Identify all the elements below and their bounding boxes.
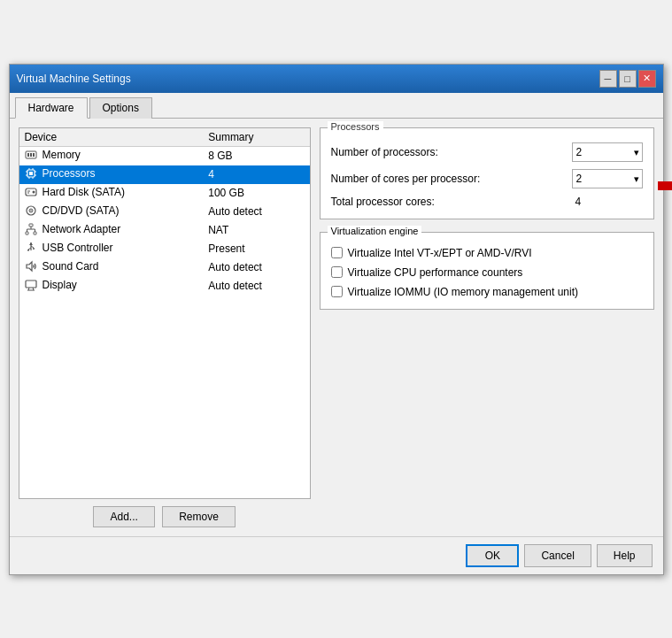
num-processors-label: Number of processors:	[331, 146, 572, 158]
virt-option-3-checkbox[interactable]	[331, 286, 343, 297]
svg-marker-38	[658, 164, 673, 208]
svg-point-30	[33, 248, 35, 250]
svg-rect-21	[29, 224, 33, 227]
device-table: Device Summary Memory 8 GB Processors 4	[19, 127, 311, 499]
title-bar: Virtual Machine Settings ─ □ ✕	[10, 65, 663, 93]
virt-option-1-row: Virtualize Intel VT-x/EPT or AMD-V/RVI	[331, 247, 643, 259]
col-device: Device	[19, 128, 204, 147]
virt-option-1-checkbox[interactable]	[331, 247, 343, 258]
col-summary: Summary	[203, 128, 309, 147]
table-row-device-7[interactable]: Display	[19, 277, 204, 296]
main-content: Device Summary Memory 8 GB Processors 4	[10, 119, 663, 536]
svg-rect-3	[33, 153, 35, 157]
ok-button[interactable]: OK	[466, 544, 519, 567]
table-row-device-0[interactable]: Memory	[19, 146, 204, 165]
close-button[interactable]: ✕	[638, 70, 656, 88]
svg-rect-5	[29, 172, 33, 175]
virt-option-2-row: Virtualize CPU performance counters	[331, 266, 643, 279]
cores-label: Number of cores per processor:	[331, 173, 572, 185]
table-row-summary-2: 100 GB	[203, 184, 309, 203]
svg-rect-2	[30, 153, 32, 157]
cores-select-wrapper: 1 2 4 8	[572, 169, 643, 188]
svg-marker-33	[27, 262, 32, 271]
main-window: Virtual Machine Settings ─ □ ✕ Hardware …	[9, 64, 664, 575]
network-icon	[25, 223, 39, 235]
processor-icon	[25, 167, 39, 180]
memory-icon	[25, 149, 39, 161]
svg-rect-34	[26, 281, 36, 288]
svg-rect-22	[26, 232, 28, 234]
add-button[interactable]: Add...	[93, 506, 155, 527]
total-value: 4	[572, 196, 643, 208]
virt-option-2-label: Virtualize CPU performance counters	[348, 266, 523, 279]
tab-options[interactable]: Options	[89, 97, 152, 119]
display-icon	[25, 279, 39, 291]
processors-group-title: Processors	[328, 121, 383, 132]
svg-rect-32	[27, 250, 29, 251]
harddisk-icon	[25, 186, 39, 198]
tab-hardware[interactable]: Hardware	[15, 97, 88, 119]
num-processors-row: Number of processors: 1 2 4 8	[331, 142, 643, 162]
table-row-summary-1: 4	[203, 165, 309, 184]
processors-group: Processors Number of processors: 1 2 4 8…	[320, 127, 654, 219]
title-bar-buttons: ─ □ ✕	[599, 70, 656, 88]
svg-point-20	[30, 210, 32, 211]
cores-row: Number of cores per processor: 1 2 4 8	[331, 169, 643, 188]
table-row-device-5[interactable]: USB Controller	[19, 240, 204, 258]
remove-button[interactable]: Remove	[162, 506, 236, 527]
left-panel: Device Summary Memory 8 GB Processors 4	[19, 127, 311, 527]
total-label: Total processor cores:	[331, 196, 572, 208]
sound-icon	[25, 260, 39, 273]
table-row-summary-0: 8 GB	[203, 146, 309, 165]
table-row-summary-5: Present	[203, 240, 309, 258]
table-row-summary-4: NAT	[203, 221, 309, 240]
table-row-device-6[interactable]: Sound Card	[19, 258, 204, 277]
svg-point-15	[32, 190, 35, 193]
virt-option-2-checkbox[interactable]	[331, 266, 343, 278]
table-row-summary-3: Auto detect	[203, 203, 309, 221]
table-row-device-3[interactable]: CD/DVD (SATA)	[19, 203, 204, 221]
virtualization-title: Virtualization engine	[328, 226, 422, 236]
red-arrow-annotation	[658, 164, 673, 211]
table-row-summary-6: Auto detect	[203, 258, 309, 277]
svg-rect-23	[34, 232, 36, 234]
right-panel: Processors Number of processors: 1 2 4 8…	[320, 127, 654, 527]
virt-option-3-row: Virtualize IOMMU (IO memory management u…	[331, 286, 643, 298]
tab-bar: Hardware Options	[10, 93, 663, 119]
virt-option-1-label: Virtualize Intel VT-x/EPT or AMD-V/RVI	[348, 247, 532, 259]
usb-icon	[25, 242, 39, 254]
footer: OK Cancel Help	[10, 536, 663, 574]
num-processors-select-wrapper: 1 2 4 8	[572, 142, 643, 162]
cancel-button[interactable]: Cancel	[524, 544, 591, 567]
table-row-device-4[interactable]: Network Adapter	[19, 221, 204, 240]
svg-rect-1	[27, 153, 29, 157]
virtualization-group: Virtualization engine Virtualize Intel V…	[320, 232, 654, 310]
window-title: Virtual Machine Settings	[17, 73, 131, 85]
help-button[interactable]: Help	[597, 544, 653, 567]
table-row-device-1[interactable]: Processors	[19, 165, 204, 184]
maximize-button[interactable]: □	[619, 70, 637, 88]
total-row: Total processor cores: 4	[331, 196, 643, 208]
minimize-button[interactable]: ─	[599, 70, 617, 88]
table-row-summary-7: Auto detect	[203, 277, 309, 296]
num-processors-select[interactable]: 1 2 4 8	[572, 142, 643, 162]
table-row-device-2[interactable]: Hard Disk (SATA)	[19, 184, 204, 203]
cdrom-icon	[25, 204, 39, 217]
virt-option-3-label: Virtualize IOMMU (IO memory management u…	[348, 286, 579, 298]
cores-select[interactable]: 1 2 4 8	[572, 169, 643, 188]
bottom-buttons: Add... Remove	[19, 506, 311, 527]
